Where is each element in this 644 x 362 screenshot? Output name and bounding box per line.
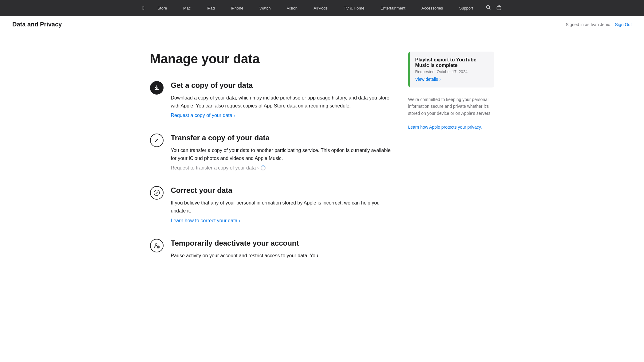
page-brand-title: Data and Privacy — [12, 21, 62, 28]
arrow-up-right-icon — [153, 137, 160, 144]
deactivate-icon — [150, 239, 164, 252]
deactivate-body: Temporarily deactivate your account Paus… — [171, 239, 396, 263]
user-info: Signed in as Ivan Jenic Sign Out — [566, 22, 632, 27]
pencil-icon-circle — [150, 186, 164, 200]
sidebar: Playlist export to YouTube Music is comp… — [408, 52, 494, 130]
nav-item-accessories[interactable]: Accessories — [418, 6, 446, 10]
correct-data-description: If you believe that any of your personal… — [171, 199, 396, 215]
request-copy-link[interactable]: Request a copy of your data › — [171, 113, 235, 118]
transfer-copy-description: You can transfer a copy of your data to … — [171, 146, 396, 162]
nav-item-watch[interactable]: Watch — [256, 6, 274, 10]
nav-item-ipad[interactable]: iPad — [204, 6, 218, 10]
deactivate-description: Pause activity on your account and restr… — [171, 252, 396, 260]
get-copy-section: Get a copy of your data Download a copy … — [150, 81, 396, 118]
person-icon-circle — [150, 239, 164, 252]
correct-data-title: Correct your data — [171, 186, 396, 195]
nav-item-support[interactable]: Support — [456, 6, 476, 10]
arrow-icon-circle — [150, 134, 164, 147]
correct-data-icon — [150, 186, 164, 200]
svg-line-1 — [489, 8, 491, 10]
correct-data-link[interactable]: Learn how to correct your data › — [171, 218, 241, 223]
sign-out-button[interactable]: Sign Out — [615, 22, 632, 27]
bag-icon[interactable] — [496, 5, 501, 11]
get-copy-title: Get a copy of your data — [171, 81, 396, 90]
notification-card: Playlist export to YouTube Music is comp… — [408, 52, 494, 88]
nav-item-store[interactable]: Store — [154, 6, 170, 10]
main-content: Manage your data Get a copy of your data… — [138, 33, 507, 290]
nav-item-iphone[interactable]: iPhone — [228, 6, 246, 10]
nav-item-entertainment[interactable]: Entertainment — [377, 6, 409, 10]
svg-point-5 — [155, 243, 157, 245]
notification-content: Playlist export to YouTube Music is comp… — [410, 52, 494, 88]
transfer-copy-title: Transfer a copy of your data — [171, 134, 396, 142]
nav-item-vision[interactable]: Vision — [284, 6, 301, 10]
correct-data-section: Correct your data If you believe that an… — [150, 186, 396, 223]
signed-in-text: Signed in as Ivan Jenic — [566, 22, 610, 27]
svg-rect-2 — [497, 6, 501, 10]
notification-accent-container: Playlist export to YouTube Music is comp… — [408, 52, 494, 88]
content-left: Manage your data Get a copy of your data… — [150, 52, 396, 278]
transfer-copy-icon — [150, 134, 164, 147]
transfer-link-text: Request to transfer a copy of your data … — [171, 165, 259, 171]
transfer-copy-link-disabled: Request to transfer a copy of your data … — [171, 165, 396, 171]
notification-title: Playlist export to YouTube Music is comp… — [415, 57, 489, 68]
privacy-description: We're committed to keeping your personal… — [408, 97, 492, 116]
correct-data-body: Correct your data If you believe that an… — [171, 186, 396, 223]
apple-logo-icon[interactable]:  — [143, 5, 145, 11]
nav-item-mac[interactable]: Mac — [180, 6, 194, 10]
notification-date: Requested: October 17, 2024 — [415, 69, 489, 74]
view-details-link[interactable]: View details › — [415, 77, 441, 82]
nav-item-tv-home[interactable]: TV & Home — [341, 6, 367, 10]
transfer-copy-section: Transfer a copy of your data You can tra… — [150, 134, 396, 171]
pencil-slash-icon — [153, 189, 160, 196]
page-title: Manage your data — [150, 52, 396, 66]
svg-rect-3 — [155, 89, 159, 90]
privacy-text-block: We're committed to keeping your personal… — [408, 96, 494, 130]
get-copy-description: Download a copy of your data, which may … — [171, 94, 396, 110]
transfer-copy-body: Transfer a copy of your data You can tra… — [171, 134, 396, 171]
get-copy-icon — [150, 81, 164, 95]
privacy-link[interactable]: Learn how Apple protects your privacy. — [408, 125, 482, 130]
sub-header: Data and Privacy Signed in as Ivan Jenic… — [0, 16, 644, 33]
deactivate-section: Temporarily deactivate your account Paus… — [150, 239, 396, 263]
loading-spinner — [261, 165, 266, 170]
nav-bar:  Store Mac iPad iPhone Watch Vision Air… — [0, 0, 644, 16]
download-icon — [153, 84, 160, 91]
person-deactivate-icon — [153, 242, 160, 249]
get-copy-body: Get a copy of your data Download a copy … — [171, 81, 396, 118]
deactivate-title: Temporarily deactivate your account — [171, 239, 396, 247]
download-icon-circle — [150, 81, 164, 95]
search-icon[interactable] — [486, 5, 491, 11]
nav-item-airpods[interactable]: AirPods — [310, 6, 331, 10]
